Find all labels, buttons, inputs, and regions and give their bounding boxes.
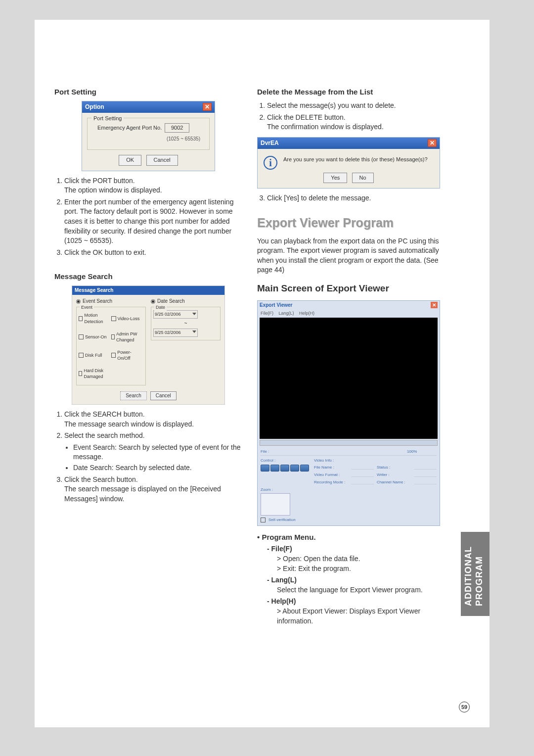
msg-step1a: Click the SEARCH button. [64, 410, 145, 418]
delete-step2a: Click the DELETE button. [267, 113, 346, 121]
port-step1a: Click the PORT button. [64, 177, 135, 185]
option-dialog-title: Option [85, 103, 104, 111]
message-search-title: Message Search [54, 271, 242, 282]
close-icon[interactable]: ✕ [203, 103, 212, 111]
msg-step2: Select the search method. [64, 431, 145, 439]
search-button[interactable]: Search [120, 391, 147, 400]
close-icon[interactable]: ✕ [428, 139, 437, 147]
main-screen-title: Main Screen of Export Viewer [257, 282, 445, 295]
lbl-zoom: Zoom : [261, 487, 296, 492]
ok-button[interactable]: OK [119, 155, 141, 165]
port-setting-title: Port Setting [54, 87, 242, 97]
option-dialog: Option ✕ Port Setting Emergency Agent Po… [82, 101, 215, 171]
lbl-100: 100% [407, 449, 437, 454]
side-tab: ADDITIONAL PROGRAM [461, 532, 490, 616]
val-blank [352, 472, 374, 477]
ev-menubar[interactable]: File(F) Lang(L) Help(H) [258, 310, 440, 317]
lbl-power-onoff: Power-On/Off [117, 349, 143, 362]
lbl-recording-mode: Recording Mode : [314, 479, 349, 485]
chk-disk-full[interactable] [79, 353, 84, 358]
menu-file-open: Open: Open the data file. [283, 555, 360, 563]
delete-step3: Click [Yes] to delete the message. [267, 193, 445, 203]
chk-hdd-damaged[interactable] [79, 371, 82, 376]
playback-button[interactable] [290, 465, 299, 472]
export-viewer-program-title: Export Viewer Program [257, 214, 445, 232]
lbl-hdd-damaged: Hard Disk Damaged [84, 368, 111, 380]
chk-video-loss[interactable] [111, 316, 116, 321]
video-area [260, 318, 438, 439]
page-number: 59 [459, 702, 470, 712]
chk-admin-pwd[interactable] [111, 334, 115, 339]
chevron-down-icon[interactable] [192, 331, 196, 334]
lbl-video-loss: Video-Loss [118, 316, 140, 322]
chk-sensor-on[interactable] [79, 334, 84, 339]
port-step2: Enter the port number of the emergency a… [64, 197, 242, 246]
chk-motion[interactable] [79, 316, 83, 321]
date-search-radio[interactable] [151, 299, 155, 304]
lbl-motion: Motion Detection [84, 312, 111, 325]
playback-button[interactable] [261, 465, 269, 472]
video-scrollbar[interactable] [260, 440, 438, 446]
menu-file[interactable]: File(F) [261, 311, 273, 316]
confirm-dialog: DvrEA ✕ i Are you sure you want to delet… [257, 137, 440, 189]
close-icon[interactable]: ✕ [431, 302, 438, 308]
msg-step2a: Event Search: Search by selected type of… [73, 443, 242, 462]
port-label: Emergency Agent Port No. [97, 124, 162, 132]
export-desc: You can playback from the export data on… [257, 236, 445, 275]
self-verify-checkbox[interactable] [261, 518, 266, 522]
port-step3: Click the OK button to exit. [64, 248, 242, 258]
program-menu-title: Program Menu. [262, 533, 315, 541]
lbl-writer: Writer : [377, 472, 411, 477]
port-range-label: (1025 ~ 65535) [92, 136, 200, 142]
date-to-input[interactable]: 9/25 02/2006 [153, 329, 198, 337]
lbl-sensor-on: Sensor-On [85, 334, 107, 340]
date-from-input[interactable]: 9/25 02/2006 [153, 310, 198, 319]
val-blank [352, 465, 374, 470]
val-blank [414, 479, 437, 484]
event-search-label: Event Search [83, 298, 112, 305]
lbl-channel: Channel Name : [377, 479, 411, 485]
msg-steps-list: Click the SEARCH button. The message sea… [64, 410, 242, 504]
delete-step2b: The confirmation window is displayed. [267, 123, 384, 131]
menu-help-about: About Export Viewer: Displays Export Vie… [277, 607, 420, 625]
port-step1b: The option window is displayed. [64, 186, 162, 194]
port-input[interactable]: 9002 [165, 123, 189, 133]
val-blank [414, 465, 437, 470]
chk-power-onoff[interactable] [111, 353, 116, 358]
menu-lang-desc: Select the language for Export Viewer pr… [277, 585, 445, 595]
cancel-button[interactable]: Cancel [146, 155, 178, 165]
menu-file-exit: Exit: Exit the program. [283, 565, 351, 572]
val-blank [414, 472, 437, 477]
info-icon: i [264, 156, 277, 170]
menu-lang[interactable]: Lang(L) [279, 311, 294, 316]
lbl-video-format: Video Format : [314, 472, 349, 477]
playback-button[interactable] [270, 465, 279, 472]
date-fieldset-label: Date [154, 304, 167, 311]
playback-button[interactable] [280, 465, 289, 472]
event-search-radio[interactable] [76, 299, 81, 304]
delete-msg-title: Delete the Message from the List [257, 87, 445, 97]
menu-help[interactable]: Help(H) [299, 311, 314, 316]
msg-step2b: Date Search: Search by selected date. [73, 463, 242, 473]
lbl-control: Control : [261, 458, 310, 463]
yes-button[interactable]: Yes [323, 173, 347, 183]
lbl-video-info: Video Info : [314, 458, 437, 463]
message-search-dialog: Message Search Event Search Event Motion… [72, 285, 225, 405]
lbl-file: File : [261, 449, 290, 454]
cancel-button[interactable]: Cancel [150, 391, 177, 400]
chevron-down-icon[interactable] [192, 313, 196, 317]
side-tab-line2: PROGRAM [474, 556, 485, 606]
delete-step3-list: Click [Yes] to delete the message. [267, 193, 445, 203]
confirm-dialog-title: DvrEA [261, 139, 279, 147]
playback-button[interactable] [300, 465, 309, 472]
confirm-message: Are you sure you want to delete this (or… [283, 156, 428, 163]
lbl-admin-pwd: Admin PW Changed [116, 331, 143, 343]
msg-step1b: The message search window is displayed. [64, 420, 194, 428]
no-button[interactable]: No [352, 173, 374, 183]
msg-dialog-title: Message Search [72, 286, 224, 295]
date-tilde: ~ [153, 320, 218, 327]
lbl-status: Status : [377, 465, 411, 470]
date-search-label: Date Search [157, 298, 185, 305]
delete-step1: Select the message(s) you want to delete… [267, 101, 445, 111]
event-fieldset-label: Event [80, 304, 94, 311]
